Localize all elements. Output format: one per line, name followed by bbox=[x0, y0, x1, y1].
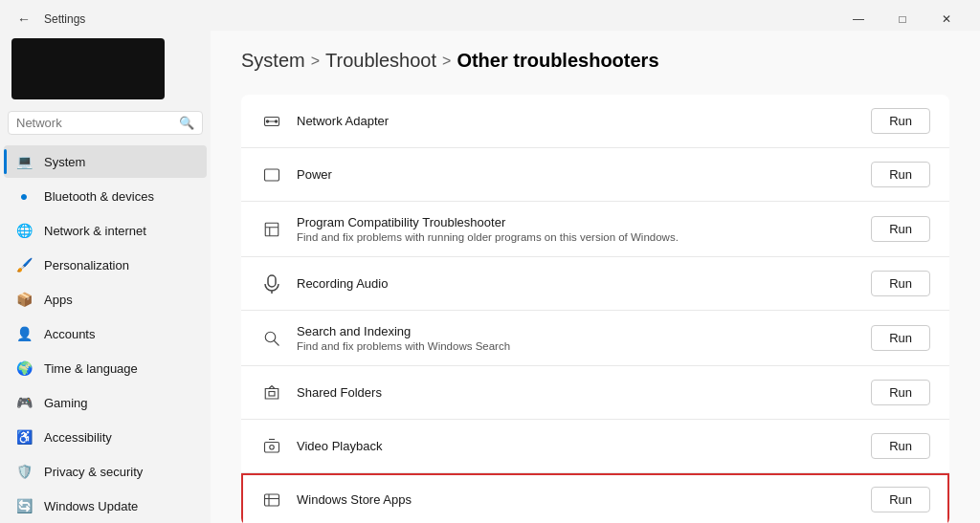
run-windows-store-button[interactable]: Run bbox=[871, 487, 930, 512]
network-adapter-title: Network Adapter bbox=[297, 114, 858, 128]
sidebar-label-accessibility: Accessibility bbox=[44, 430, 112, 445]
search-indexing-desc: Find and fix problems with Windows Searc… bbox=[297, 340, 858, 352]
sidebar-item-privacy[interactable]: 🛡️ Privacy & security bbox=[4, 455, 207, 488]
video-playback-icon bbox=[260, 435, 283, 458]
svg-line-11 bbox=[274, 340, 278, 345]
apps-icon: 📦 bbox=[15, 291, 33, 308]
back-icon[interactable]: ← bbox=[11, 10, 36, 29]
time-icon: 🌍 bbox=[15, 360, 33, 377]
run-network-adapter-button[interactable]: Run bbox=[871, 108, 930, 134]
network-adapter-info: Network Adapter bbox=[297, 114, 858, 128]
sidebar-label-personalization: Personalization bbox=[44, 258, 129, 272]
run-program-compat-button[interactable]: Run bbox=[871, 216, 930, 242]
breadcrumb-sep-1: > bbox=[311, 53, 320, 70]
personalization-icon: 🖌️ bbox=[15, 256, 33, 273]
breadcrumb-troubleshoot[interactable]: Troubleshoot bbox=[325, 50, 436, 72]
search-box[interactable]: 🔍 bbox=[8, 111, 203, 135]
search-input[interactable] bbox=[16, 116, 179, 130]
svg-rect-8 bbox=[268, 275, 276, 287]
svg-rect-12 bbox=[269, 391, 275, 396]
shared-folders-title: Shared Folders bbox=[297, 385, 858, 400]
recording-audio-icon bbox=[260, 272, 283, 295]
program-compat-info: Program Compatibility Troubleshooter Fin… bbox=[297, 215, 858, 243]
run-shared-folders-button[interactable]: Run bbox=[871, 380, 930, 405]
sidebar-label-network: Network & internet bbox=[44, 224, 146, 238]
shared-folders-info: Shared Folders bbox=[297, 385, 858, 400]
bluetooth-icon: ● bbox=[15, 187, 33, 205]
sidebar-item-update[interactable]: 🔄 Windows Update bbox=[4, 490, 207, 522]
power-title: Power bbox=[297, 167, 858, 182]
search-icon: 🔍 bbox=[179, 116, 194, 130]
accessibility-icon: ♿ bbox=[15, 428, 33, 446]
program-compat-icon bbox=[260, 218, 283, 241]
sidebar-label-update: Windows Update bbox=[44, 499, 138, 513]
breadcrumb: System > Troubleshoot > Other troublesho… bbox=[241, 50, 949, 72]
sidebar-label-apps: Apps bbox=[44, 293, 73, 307]
ts-item-network-adapter: Network Adapter Run bbox=[241, 95, 949, 148]
ts-item-power: Power Run bbox=[241, 148, 949, 202]
svg-rect-4 bbox=[265, 169, 279, 181]
title-bar: ← Settings — □ ✕ bbox=[0, 0, 980, 31]
ts-item-recording-audio: Recording Audio Run bbox=[241, 257, 949, 311]
svg-rect-18 bbox=[265, 494, 279, 506]
sidebar-item-system[interactable]: 💻 System bbox=[4, 145, 207, 178]
sidebar-item-gaming[interactable]: 🎮 Gaming bbox=[4, 386, 207, 419]
svg-point-16 bbox=[270, 445, 275, 449]
title-bar-title: Settings bbox=[44, 12, 85, 26]
ts-item-video-playback: Video Playback Run bbox=[241, 420, 949, 473]
run-power-button[interactable]: Run bbox=[871, 162, 930, 187]
svg-rect-5 bbox=[265, 223, 278, 236]
app-body: 🔍 💻 System ● Bluetooth & devices 🌐 Netwo… bbox=[0, 31, 980, 523]
shared-folders-icon bbox=[260, 381, 283, 404]
breadcrumb-current: Other troubleshooters bbox=[457, 50, 658, 72]
svg-point-2 bbox=[266, 120, 268, 121]
breadcrumb-system[interactable]: System bbox=[241, 50, 305, 72]
privacy-icon: 🛡️ bbox=[15, 463, 33, 480]
ts-item-search-indexing: Search and Indexing Find and fix problem… bbox=[241, 311, 949, 366]
sidebar-avatar bbox=[11, 38, 165, 99]
ts-item-windows-store: Windows Store Apps Run bbox=[241, 473, 949, 523]
breadcrumb-sep-2: > bbox=[442, 53, 451, 70]
video-playback-title: Video Playback bbox=[297, 439, 858, 453]
network-icon: 🌐 bbox=[15, 222, 33, 239]
windows-store-icon bbox=[260, 489, 283, 512]
system-icon: 💻 bbox=[15, 153, 33, 170]
sidebar-item-time[interactable]: 🌍 Time & language bbox=[4, 352, 207, 384]
windows-store-title: Windows Store Apps bbox=[297, 492, 858, 507]
troubleshooter-list: Network Adapter Run Power Run bbox=[241, 95, 949, 523]
run-recording-audio-button[interactable]: Run bbox=[871, 271, 930, 296]
sidebar-item-network[interactable]: 🌐 Network & internet bbox=[4, 214, 207, 247]
network-adapter-icon bbox=[260, 110, 283, 133]
power-icon bbox=[260, 163, 283, 186]
main-content: System > Troubleshoot > Other troublesho… bbox=[211, 31, 980, 523]
sidebar-item-accessibility[interactable]: ♿ Accessibility bbox=[4, 421, 207, 453]
svg-point-10 bbox=[265, 332, 276, 342]
sidebar-label-bluetooth: Bluetooth & devices bbox=[44, 189, 154, 204]
sidebar-item-bluetooth[interactable]: ● Bluetooth & devices bbox=[4, 180, 207, 212]
video-playback-info: Video Playback bbox=[297, 439, 858, 453]
run-video-playback-button[interactable]: Run bbox=[871, 433, 930, 459]
ts-item-shared-folders: Shared Folders Run bbox=[241, 366, 949, 420]
sidebar-item-personalization[interactable]: 🖌️ Personalization bbox=[4, 249, 207, 281]
sidebar-label-gaming: Gaming bbox=[44, 396, 88, 410]
sidebar-label-accounts: Accounts bbox=[44, 327, 95, 341]
accounts-icon: 👤 bbox=[15, 325, 33, 342]
program-compat-title: Program Compatibility Troubleshooter bbox=[297, 215, 858, 229]
update-icon: 🔄 bbox=[15, 497, 33, 514]
sidebar-item-accounts[interactable]: 👤 Accounts bbox=[4, 317, 207, 350]
search-indexing-icon bbox=[260, 327, 283, 350]
search-indexing-title: Search and Indexing bbox=[297, 324, 858, 338]
sidebar-item-apps[interactable]: 📦 Apps bbox=[4, 283, 207, 316]
sidebar-label-system: System bbox=[44, 155, 85, 169]
search-indexing-info: Search and Indexing Find and fix problem… bbox=[297, 324, 858, 352]
svg-point-3 bbox=[275, 120, 277, 121]
sidebar-label-time: Time & language bbox=[44, 361, 138, 376]
title-bar-left: ← Settings bbox=[11, 10, 85, 29]
svg-rect-15 bbox=[265, 442, 279, 452]
recording-audio-title: Recording Audio bbox=[297, 276, 858, 291]
sidebar-label-privacy: Privacy & security bbox=[44, 465, 143, 479]
recording-audio-info: Recording Audio bbox=[297, 276, 858, 291]
gaming-icon: 🎮 bbox=[15, 394, 33, 411]
run-search-indexing-button[interactable]: Run bbox=[871, 325, 930, 351]
sidebar: 🔍 💻 System ● Bluetooth & devices 🌐 Netwo… bbox=[0, 31, 211, 523]
